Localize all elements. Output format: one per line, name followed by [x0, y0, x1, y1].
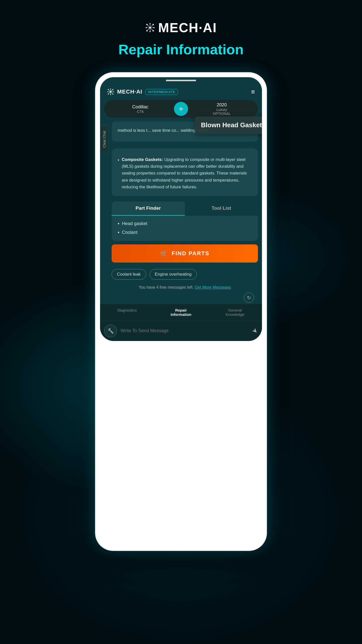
svg-point-22: [110, 89, 111, 90]
parts-tabs: Part Finder Tool List: [112, 201, 258, 216]
trim-option: OPTIONAL: [213, 112, 231, 116]
svg-point-21: [112, 94, 113, 95]
vehicle-trim: Luxury OPTIONAL: [191, 108, 253, 116]
nav-general-knowledge[interactable]: GeneralKnowledge: [208, 304, 262, 321]
svg-point-19: [112, 89, 113, 90]
nav-diagnostics[interactable]: Diagnostics: [100, 304, 154, 321]
svg-point-7: [146, 27, 147, 28]
obd-icon: 🔧: [104, 324, 117, 337]
suggestion-chips: Coolant leak Engine overheating: [112, 267, 258, 282]
parts-content: Head gasket Coolant: [112, 216, 258, 241]
svg-point-18: [108, 89, 109, 90]
clear-chat-button[interactable]: Clear Chat: [100, 125, 109, 153]
svg-line-13: [148, 25, 149, 27]
svg-point-0: [149, 27, 151, 29]
refresh-button[interactable]: ↻: [244, 293, 254, 303]
svg-line-14: [151, 28, 153, 30]
svg-point-5: [150, 23, 151, 24]
svg-point-24: [107, 91, 108, 92]
parts-list-item-2: Coolant: [118, 230, 252, 235]
svg-point-6: [150, 31, 151, 32]
vehicle-year: 2020: [191, 102, 253, 108]
svg-line-15: [151, 25, 153, 27]
bullet-text-composite: Composite Gaskets: Upgrading to composit…: [122, 156, 252, 190]
hamburger-menu[interactable]: ≡: [251, 89, 255, 95]
parts-list-item-1: Head gasket: [118, 221, 252, 227]
vehicle-make: Codillac: [109, 104, 171, 110]
app-header: MECH·AI INTERMEDIATE ≡: [100, 84, 262, 100]
part-name-1: Head gasket: [122, 221, 147, 226]
main-chat: method is less t... save time co... weld…: [108, 118, 262, 304]
free-messages-bar: You have 4 free messages left. Get More …: [112, 282, 258, 293]
svg-point-3: [146, 30, 148, 31]
app-logo-area: MECH·AI INTERMEDIATE: [107, 88, 178, 95]
svg-point-23: [110, 94, 111, 95]
bottom-nav: Diagnostics RepairInformation GeneralKno…: [100, 304, 262, 321]
composite-title: Composite: [122, 157, 144, 162]
brand-header: MECH·AI Repair Information: [118, 20, 244, 73]
vehicle-info-left: Codillac CT6: [109, 104, 171, 114]
find-parts-button[interactable]: 🛒 FIND PARTS: [112, 244, 258, 263]
composite-body: Upgrading to composite or multi-layer st…: [122, 157, 247, 189]
mech-ai-logo-icon: [145, 23, 155, 33]
chat-bubble-truncated: method is less t... save time co... weld…: [112, 121, 258, 142]
svg-point-4: [153, 30, 154, 31]
brand-name: MECH·AI: [158, 20, 217, 35]
nav-repair-information[interactable]: RepairInformation: [154, 304, 208, 321]
composite-rest: Gaskets:: [144, 157, 163, 162]
cart-icon: 🛒: [160, 250, 168, 257]
nav-repair-label: RepairInformation: [171, 308, 192, 317]
svg-point-25: [113, 91, 114, 92]
part-name-2: Coolant: [122, 230, 138, 235]
blown-head-gasket-tooltip: Blown Head Gasket: [195, 116, 262, 134]
page-content: MECH·AI Repair Information: [0, 0, 362, 550]
tab-tool-list[interactable]: Tool List: [185, 201, 258, 216]
svg-line-33: [109, 92, 110, 94]
page-title: Repair Information: [118, 41, 244, 58]
vehicle-model: CT6: [109, 110, 171, 114]
level-badge: INTERMEDIATE: [145, 89, 178, 95]
app-logo-icon: [107, 88, 114, 95]
svg-point-2: [153, 24, 154, 25]
nav-general-label: GeneralKnowledge: [226, 308, 244, 317]
obd-symbol: 🔧: [108, 328, 114, 334]
svg-point-20: [108, 94, 109, 95]
message-input-area: 🔧 ➤: [100, 321, 262, 341]
refresh-icon: ↻: [247, 295, 251, 301]
phone-speaker: [166, 80, 196, 81]
get-more-messages-link[interactable]: Get More Messages: [195, 285, 231, 289]
parts-section: Part Finder Tool List Head gasket Coolan…: [112, 201, 258, 241]
svg-point-17: [110, 91, 111, 93]
chip-coolant-leak[interactable]: Coolant leak: [112, 269, 146, 280]
svg-line-16: [148, 28, 149, 30]
svg-point-8: [153, 27, 155, 28]
refresh-area: ↻: [112, 293, 258, 303]
tooltip-text: Blown Head Gasket: [201, 121, 262, 129]
vehicle-info-right: 2020 Luxury OPTIONAL: [191, 102, 253, 116]
tab-part-finder[interactable]: Part Finder: [112, 201, 185, 216]
svg-line-30: [109, 90, 110, 91]
svg-point-1: [146, 24, 148, 25]
app-name: MECH·AI: [117, 89, 142, 95]
brand-logo: MECH·AI: [145, 20, 217, 35]
add-vehicle-button[interactable]: +: [174, 102, 188, 116]
send-button[interactable]: ➤: [250, 326, 260, 335]
trim-label: Luxury: [216, 108, 227, 112]
bullet-item-composite: • Composite Gaskets: Upgrading to compos…: [118, 156, 252, 190]
svg-line-32: [111, 90, 112, 91]
composite-gaskets-bubble: • Composite Gaskets: Upgrading to compos…: [112, 149, 258, 196]
message-input[interactable]: [121, 328, 249, 333]
phone-inner: MECH·AI INTERMEDIATE ≡ Codillac CT6 + 20…: [100, 77, 262, 341]
vehicle-bar: Codillac CT6 + 2020 Luxury OPTIONAL: [104, 100, 258, 118]
free-messages-text: You have 4 free messages left.: [139, 285, 194, 289]
chip-engine-overheating[interactable]: Engine overheating: [150, 269, 197, 280]
find-parts-label: FIND PARTS: [172, 250, 209, 257]
phone-mockup: MECH·AI INTERMEDIATE ≡ Codillac CT6 + 20…: [96, 73, 266, 550]
chat-area: Clear Chat method is less t... save time…: [100, 118, 262, 304]
svg-line-31: [111, 92, 112, 94]
bullet-dot: •: [118, 157, 119, 190]
